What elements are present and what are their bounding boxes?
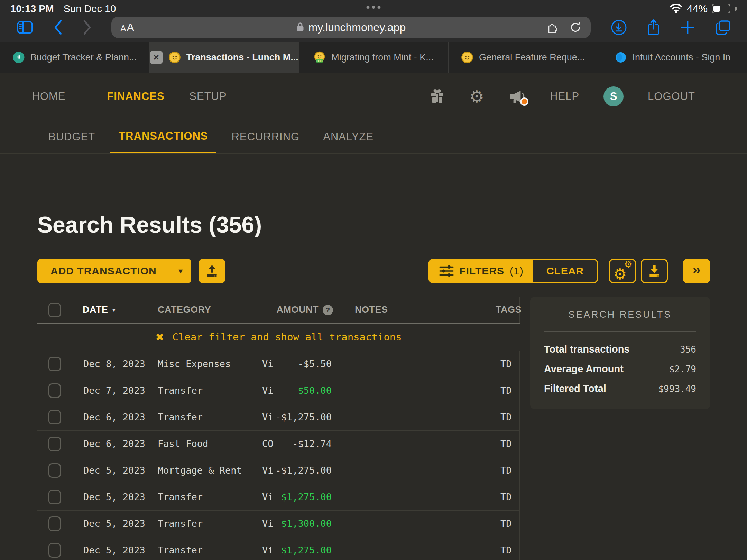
- cell-amount[interactable]: Vi$50.00: [253, 377, 344, 404]
- cell-amount[interactable]: CO-$12.74: [253, 431, 344, 457]
- cell-category[interactable]: Transfer: [147, 377, 253, 404]
- back-button-icon[interactable]: [53, 19, 63, 35]
- cell-notes[interactable]: [344, 351, 485, 377]
- cell-amount[interactable]: Vi-$1,275.00: [253, 404, 344, 430]
- nav-item-finances[interactable]: FINANCES: [98, 73, 174, 120]
- column-category[interactable]: CATEGORY: [147, 297, 253, 323]
- extensions-puzzle-icon[interactable]: [546, 21, 559, 34]
- row-checkbox[interactable]: [37, 457, 72, 484]
- cell-notes[interactable]: [344, 511, 485, 537]
- add-transaction-button[interactable]: ADD TRANSACTION ▾: [37, 259, 191, 283]
- row-checkbox[interactable]: [37, 484, 72, 510]
- settings-gear-icon[interactable]: ⚙: [469, 88, 484, 105]
- sidebar-toggle-icon[interactable]: [17, 20, 33, 35]
- cell-tags[interactable]: TD: [485, 484, 520, 510]
- browser-tabs: Budget Tracker & Plann...×Transactions -…: [0, 42, 747, 73]
- cell-date[interactable]: Dec 5, 2023: [72, 511, 147, 537]
- cell-category[interactable]: Mortgage & Rent: [147, 457, 253, 484]
- browser-tab[interactable]: ×Transactions - Lunch M...: [149, 42, 298, 73]
- cell-tags[interactable]: TD: [485, 404, 520, 430]
- logout-link[interactable]: LOGOUT: [648, 90, 695, 103]
- help-link[interactable]: HELP: [550, 90, 579, 103]
- cell-amount[interactable]: Vi-$5.50: [253, 351, 344, 377]
- clear-filter-row[interactable]: ✖ Clear filter and show all transactions: [37, 324, 520, 351]
- cell-amount[interactable]: Vi$1,275.00: [253, 537, 344, 560]
- cell-category[interactable]: Misc Expenses: [147, 351, 253, 377]
- cell-date[interactable]: Dec 6, 2023: [72, 431, 147, 457]
- cell-tags[interactable]: TD: [485, 537, 520, 560]
- cell-category[interactable]: Transfer: [147, 484, 253, 510]
- cell-date[interactable]: Dec 5, 2023: [72, 457, 147, 484]
- reader-mode-button[interactable]: AA: [120, 21, 135, 34]
- cell-amount[interactable]: Vi$1,300.00: [253, 511, 344, 537]
- gift-icon[interactable]: [429, 88, 445, 105]
- column-date[interactable]: DATE▾: [72, 297, 147, 323]
- new-tab-plus-icon[interactable]: [680, 20, 695, 35]
- cell-date[interactable]: Dec 5, 2023: [72, 537, 147, 560]
- cell-amount[interactable]: Vi-$1,275.00: [253, 457, 344, 484]
- cell-tags[interactable]: TD: [485, 457, 520, 484]
- row-checkbox[interactable]: [37, 404, 72, 430]
- row-checkbox[interactable]: [37, 351, 72, 377]
- nav-item-home[interactable]: HOME: [0, 73, 98, 120]
- browser-tab[interactable]: DOCMigrating from Mint - K...: [298, 42, 448, 73]
- nav-item-setup[interactable]: SETUP: [174, 73, 242, 120]
- upload-transactions-button[interactable]: [199, 259, 225, 283]
- browser-tab[interactable]: Budget Tracker & Plann...: [0, 42, 149, 73]
- cell-category[interactable]: Transfer: [147, 404, 253, 430]
- amount-value: -$12.74: [292, 438, 332, 449]
- row-checkbox[interactable]: [37, 377, 72, 404]
- subnav-item-recurring[interactable]: RECURRING: [223, 120, 308, 153]
- cell-amount[interactable]: Vi$1,275.00: [253, 484, 344, 510]
- subnav-item-analyze[interactable]: ANALYZE: [315, 120, 382, 153]
- battery-tip: [735, 7, 737, 11]
- table-settings-button[interactable]: ⚙⚙: [609, 259, 636, 283]
- column-amount[interactable]: AMOUNT?: [253, 297, 344, 323]
- multitask-dots-icon[interactable]: [367, 6, 381, 9]
- transaction-row: Dec 8, 2023Misc ExpensesVi-$5.50TD: [37, 351, 520, 377]
- select-all-checkbox[interactable]: [37, 297, 72, 323]
- cell-notes[interactable]: [344, 377, 485, 404]
- collapse-panel-button[interactable]: »: [683, 259, 710, 283]
- address-bar[interactable]: AA my.lunchmoney.app: [111, 17, 591, 38]
- cell-category[interactable]: Transfer: [147, 511, 253, 537]
- cell-date[interactable]: Dec 6, 2023: [72, 404, 147, 430]
- row-checkbox[interactable]: [37, 431, 72, 457]
- cell-date[interactable]: Dec 8, 2023: [72, 351, 147, 377]
- filters-button[interactable]: FILTERS (1): [430, 260, 533, 282]
- downloads-icon[interactable]: [611, 19, 627, 36]
- cell-notes[interactable]: [344, 404, 485, 430]
- browser-tab[interactable]: General Feature Reque...: [448, 42, 598, 73]
- column-notes[interactable]: NOTES: [344, 297, 485, 323]
- row-checkbox[interactable]: [37, 511, 72, 537]
- subnav-item-transactions[interactable]: TRANSACTIONS: [110, 120, 216, 153]
- cell-date[interactable]: Dec 5, 2023: [72, 484, 147, 510]
- row-checkbox[interactable]: [37, 537, 72, 560]
- cell-tags[interactable]: TD: [485, 351, 520, 377]
- column-tags[interactable]: TAGS: [485, 297, 520, 323]
- clear-filters-button[interactable]: CLEAR: [533, 260, 597, 282]
- browser-tab[interactable]: Intuit Accounts - Sign In: [598, 42, 747, 73]
- cell-category[interactable]: Transfer: [147, 537, 253, 560]
- cell-tags[interactable]: TD: [485, 511, 520, 537]
- tab-overview-icon[interactable]: [715, 20, 731, 35]
- share-icon[interactable]: [646, 19, 661, 36]
- add-transaction-dropdown-icon[interactable]: ▾: [170, 259, 191, 283]
- cell-date[interactable]: Dec 7, 2023: [72, 377, 147, 404]
- subnav-item-budget[interactable]: BUDGET: [40, 120, 103, 153]
- cell-category[interactable]: Fast Food: [147, 431, 253, 457]
- amount-value: -$5.50: [298, 358, 332, 369]
- cell-notes[interactable]: [344, 457, 485, 484]
- tab-close-icon[interactable]: ×: [150, 51, 163, 64]
- cell-tags[interactable]: TD: [485, 431, 520, 457]
- export-download-button[interactable]: [641, 259, 668, 283]
- user-avatar[interactable]: S: [603, 86, 624, 106]
- cell-notes[interactable]: [344, 431, 485, 457]
- cell-tags[interactable]: TD: [485, 377, 520, 404]
- cell-notes[interactable]: [344, 484, 485, 510]
- announcements-megaphone-icon[interactable]: [508, 88, 526, 104]
- forward-button-icon[interactable]: [83, 19, 92, 35]
- amount-help-icon[interactable]: ?: [323, 305, 333, 315]
- cell-notes[interactable]: [344, 537, 485, 560]
- reload-icon[interactable]: [569, 21, 582, 34]
